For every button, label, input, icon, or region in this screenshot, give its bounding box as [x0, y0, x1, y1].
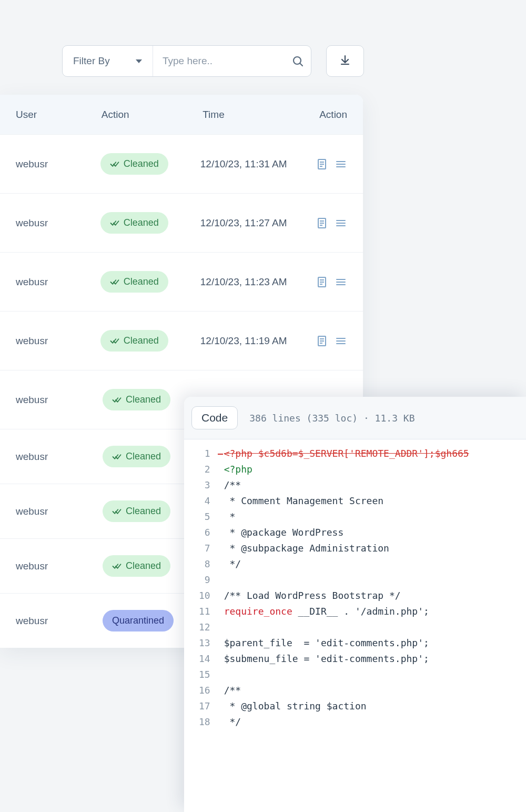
code-button[interactable]: Code: [191, 406, 238, 429]
line-number: 10: [199, 588, 210, 604]
line-number: 13: [199, 635, 210, 651]
code-line: $parent_file = 'edit-comments.php';: [224, 635, 469, 651]
code-line: */: [224, 556, 469, 572]
cell-user: webusr: [16, 506, 103, 517]
status-label: Quarantined: [112, 615, 164, 626]
search-input[interactable]: [163, 55, 287, 67]
cell-user: webusr: [16, 217, 100, 229]
line-number: 9: [199, 572, 210, 588]
col-header-user: User: [16, 109, 102, 121]
line-number: 12: [199, 619, 210, 635]
status-label: Cleaned: [126, 451, 161, 462]
cell-status: Cleaned: [100, 212, 200, 234]
search-icon[interactable]: [291, 55, 304, 67]
cell-time: 12/10/23, 11:27 AM: [200, 217, 316, 229]
double-check-icon: [112, 396, 122, 404]
row-menu-icon[interactable]: [335, 217, 347, 229]
status-label: Cleaned: [124, 276, 159, 287]
double-check-icon: [110, 337, 119, 345]
code-panel: Code 386 lines (335 loc) · 11.3 KB 12345…: [184, 397, 526, 812]
code-line: * @global string $action: [224, 698, 469, 714]
line-number: 17: [199, 698, 210, 714]
table-row: webusrCleaned12/10/23, 11:23 AM: [0, 252, 363, 311]
status-label: Cleaned: [126, 560, 161, 572]
cell-actions: [316, 217, 347, 229]
double-check-icon: [110, 219, 119, 227]
cell-time: 12/10/23, 11:31 AM: [200, 158, 316, 170]
cell-actions: [316, 276, 347, 288]
code-line: * @subpackage Administration: [224, 540, 469, 556]
row-menu-icon[interactable]: [335, 276, 347, 288]
cell-status: Cleaned: [100, 153, 200, 175]
view-details-icon[interactable]: [316, 335, 328, 347]
double-check-icon: [110, 278, 119, 286]
table-row: webusrCleaned12/10/23, 11:31 AM: [0, 134, 363, 193]
code-line: /**: [224, 477, 469, 493]
status-badge: Cleaned: [103, 389, 170, 410]
cell-user: webusr: [16, 451, 103, 463]
status-badge: Cleaned: [100, 212, 168, 234]
code-line: /** Load WordPress Bootstrap */: [224, 588, 469, 604]
code-lines: <?php $c5d6b=$_SERVER['REMOTE_ADDR'];$gh…: [219, 439, 469, 812]
line-number: 18: [199, 714, 210, 730]
line-number: 4: [199, 493, 210, 509]
cell-time: 12/10/23, 11:23 AM: [200, 276, 316, 288]
cell-user: webusr: [16, 560, 103, 572]
code-line: <?php: [224, 462, 469, 477]
cell-user: webusr: [16, 394, 103, 406]
row-menu-icon[interactable]: [335, 158, 347, 171]
line-number: 1: [199, 446, 210, 462]
line-number: 3: [199, 477, 210, 493]
code-gutter: 123456789101112131415161718: [184, 439, 219, 812]
status-label: Cleaned: [126, 394, 161, 405]
code-panel-header: Code 386 lines (335 loc) · 11.3 KB: [184, 397, 526, 439]
caret-down-icon: [136, 59, 142, 63]
toolbar: Filter By: [62, 45, 364, 77]
status-badge: Quarantined: [103, 610, 174, 631]
double-check-icon: [112, 453, 122, 460]
status-badge: Cleaned: [100, 271, 168, 293]
view-details-icon[interactable]: [316, 217, 328, 229]
code-line: *: [224, 509, 469, 525]
table-row: webusrCleaned12/10/23, 11:27 AM: [0, 193, 363, 252]
row-menu-icon[interactable]: [335, 335, 347, 347]
col-header-action: Action: [319, 109, 347, 121]
filter-by-dropdown[interactable]: Filter By: [63, 46, 153, 76]
line-number: 2: [199, 462, 210, 477]
status-label: Cleaned: [124, 217, 159, 228]
line-number: 11: [199, 604, 210, 619]
status-badge: Cleaned: [103, 500, 170, 522]
code-line: * Comment Management Screen: [224, 493, 469, 509]
code-line: [224, 619, 469, 635]
table-row: webusrCleaned12/10/23, 11:19 AM: [0, 311, 363, 370]
status-badge: Cleaned: [103, 446, 170, 467]
double-check-icon: [112, 508, 122, 515]
line-number: 7: [199, 540, 210, 556]
code-meta: 386 lines (335 loc) · 11.3 KB: [249, 413, 414, 424]
cell-status: Cleaned: [100, 271, 200, 293]
search-field-wrap: [153, 46, 311, 76]
code-line: * @package WordPress: [224, 525, 469, 540]
code-line: $submenu_file = 'edit-comments.php';: [224, 651, 469, 667]
line-number: 6: [199, 525, 210, 540]
view-details-icon[interactable]: [316, 276, 328, 288]
code-line: <?php $c5d6b=$_SERVER['REMOTE_ADDR'];$gh…: [224, 446, 469, 462]
cell-actions: [316, 158, 347, 171]
table-header: User Action Time Action: [0, 95, 363, 134]
status-badge: Cleaned: [100, 330, 168, 352]
line-number: 16: [199, 683, 210, 698]
cell-user: webusr: [16, 615, 103, 627]
cell-user: webusr: [16, 276, 100, 288]
cell-user: webusr: [16, 158, 100, 170]
cell-user: webusr: [16, 335, 100, 347]
line-number: 15: [199, 667, 210, 683]
line-number: 14: [199, 651, 210, 667]
col-header-status: Action: [102, 109, 203, 121]
col-header-time: Time: [203, 109, 319, 121]
status-label: Cleaned: [124, 335, 159, 346]
double-check-icon: [112, 563, 122, 570]
download-button[interactable]: [326, 45, 364, 77]
view-details-icon[interactable]: [316, 158, 328, 171]
status-label: Cleaned: [126, 506, 161, 517]
svg-line-1: [300, 63, 302, 66]
